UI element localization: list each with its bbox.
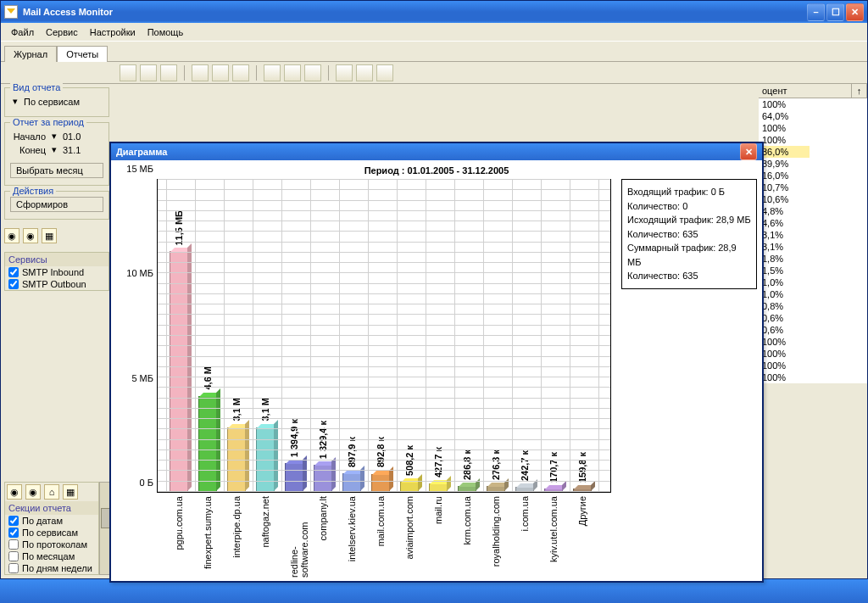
table-row[interactable]: 1,0% [759, 276, 867, 288]
toolbar-icon[interactable] [284, 64, 301, 81]
percent-cell: 100% [759, 98, 810, 110]
pick-month-button[interactable]: Выбрать месяц [10, 163, 103, 178]
circle-icon[interactable]: ◉ [7, 484, 22, 500]
table-row[interactable]: 100% [759, 98, 867, 110]
percent-cell-empty [810, 265, 867, 276]
titlebar: Mail Access Monitor – ☐ ✕ [1, 1, 867, 23]
toolbar-icon[interactable] [120, 64, 136, 81]
sec-protocols-label: По протоколам [22, 539, 87, 550]
generate-button[interactable]: Сформиров [10, 197, 103, 212]
dialog-close-button[interactable]: ✕ [740, 143, 757, 160]
sec-services-label: По сервисам [22, 528, 78, 538]
percent-cell-empty [810, 170, 867, 181]
maximize-button[interactable]: ☐ [826, 3, 844, 21]
stat-in-count: Количество: 0 [627, 199, 751, 214]
sec-weekdays-checkbox[interactable] [8, 563, 19, 573]
menu-service[interactable]: Сервис [41, 25, 83, 39]
services-toolbar: ◉ ◉ ▦ [4, 225, 109, 247]
table-row[interactable]: 4,8% [759, 205, 867, 217]
bar-value-label: 170,7 к [548, 452, 559, 483]
table-row[interactable]: 100% [759, 336, 867, 348]
sec-months-checkbox[interactable] [8, 551, 19, 561]
percent-cell: 100% [759, 348, 810, 360]
menu-help[interactable]: Помощь [142, 25, 189, 39]
dropdown-icon[interactable]: ▾ [10, 96, 20, 107]
app-window: Mail Access Monitor – ☐ ✕ Файл Сервис На… [0, 0, 868, 579]
table-row[interactable]: 3,1% [759, 241, 867, 253]
svc-outbound-checkbox[interactable] [8, 279, 19, 289]
toolbar-icon[interactable] [336, 64, 353, 81]
percent-cell-empty [810, 241, 867, 253]
stat-sum-count: Количество: 635 [627, 269, 751, 283]
chart-bar: 892,8 к [371, 474, 390, 492]
table-row[interactable]: 100% [759, 348, 867, 360]
menu-settings[interactable]: Настройки [85, 25, 141, 39]
toolbar-icon[interactable] [212, 64, 229, 81]
table-row[interactable]: 0,6% [759, 324, 867, 336]
table-row[interactable]: 0,6% [759, 312, 867, 324]
table-row[interactable]: 3,1% [759, 229, 867, 241]
table-row[interactable]: 1,0% [759, 288, 867, 300]
end-value[interactable]: 31.1 [63, 145, 81, 155]
toolbar-icon[interactable] [232, 64, 249, 81]
svc-inbound-label: SMTP Inbound [22, 267, 84, 277]
view-value[interactable]: По сервисам [24, 97, 80, 107]
toolbar-icon[interactable] [356, 64, 373, 81]
table-row[interactable]: 1,8% [759, 253, 867, 265]
sort-indicator[interactable]: ↑ [852, 84, 867, 98]
sec-protocols-checkbox[interactable] [8, 539, 19, 550]
y-tick-label: 10 МБ [126, 268, 153, 278]
circle-icon[interactable]: ◉ [23, 228, 38, 243]
tab-reports[interactable]: Отчеты [57, 46, 108, 62]
sec-dates-label: По датам [22, 516, 63, 526]
toolbar-icon[interactable] [376, 64, 393, 81]
table-row[interactable]: 10,6% [759, 193, 867, 205]
table-row[interactable]: 100% [759, 134, 867, 146]
start-value[interactable]: 01.0 [63, 131, 81, 142]
sec-dates-checkbox[interactable] [8, 516, 19, 526]
table-row[interactable]: 100% [759, 360, 867, 371]
table-row[interactable]: 16,0% [759, 170, 867, 181]
percent-cell-empty [810, 360, 867, 371]
tab-journal[interactable]: Журнал [4, 46, 57, 62]
svc-inbound-checkbox[interactable] [8, 267, 19, 277]
circle-icon[interactable]: ◉ [4, 228, 19, 243]
toolbar-icon[interactable] [192, 64, 209, 81]
circle-icon[interactable]: ◉ [25, 484, 41, 500]
table-row[interactable]: 100% [759, 371, 867, 383]
grid-icon[interactable]: ▦ [42, 228, 57, 243]
grid-icon[interactable]: ▦ [63, 484, 78, 500]
x-tick-label: i.com.ua [520, 496, 530, 532]
percent-cell: 100% [759, 371, 810, 383]
close-button[interactable]: ✕ [846, 3, 864, 21]
table-row[interactable]: 1,5% [759, 265, 867, 276]
table-row[interactable]: 64,0% [759, 110, 867, 122]
table-row[interactable]: 100% [759, 122, 867, 134]
toolbar-icon[interactable] [304, 64, 321, 81]
table-row[interactable]: 39,9% [759, 158, 867, 170]
percent-cell: 0,8% [759, 300, 810, 312]
dropdown-icon[interactable]: ▾ [49, 131, 59, 142]
y-tick-label: 0 Б [140, 477, 153, 488]
percent-cell: 1,0% [759, 276, 810, 288]
table-row[interactable]: 10,7% [759, 181, 867, 193]
sec-services-checkbox[interactable] [8, 528, 19, 538]
stat-out-traffic: Исходящий трафик: 28,9 МБ [627, 213, 751, 227]
table-row[interactable]: 36,0% [759, 146, 867, 158]
toolbar-icon[interactable] [264, 64, 281, 81]
percent-cell-empty [810, 158, 867, 170]
toolbar-separator [256, 65, 257, 81]
table-row[interactable]: 4,6% [759, 217, 867, 229]
dropdown-icon[interactable]: ▾ [49, 144, 59, 155]
toolbar-icon[interactable] [160, 64, 177, 81]
home-icon[interactable]: ⌂ [44, 484, 59, 500]
app-icon [4, 5, 18, 19]
table-row[interactable]: 0,8% [759, 300, 867, 312]
percent-header-label[interactable]: оцент [759, 84, 852, 98]
toolbar-icon[interactable] [140, 64, 157, 81]
menu-file[interactable]: Файл [6, 25, 39, 39]
bar-value-label: 159,8 к [577, 452, 587, 483]
minimize-button[interactable]: – [807, 3, 825, 21]
x-tick-label: company.lt [318, 496, 328, 540]
x-tick-label: krm.com.ua [462, 496, 472, 544]
